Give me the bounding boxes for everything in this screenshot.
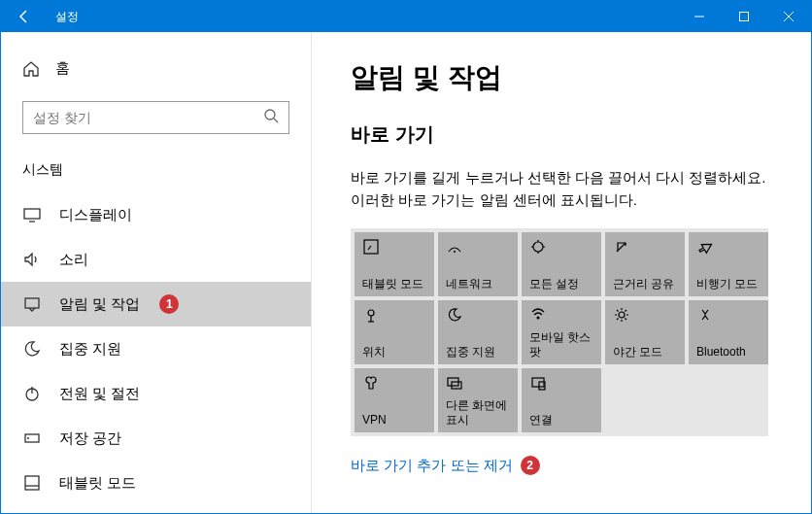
svg-rect-1 <box>740 13 749 21</box>
tile-label: VPN <box>362 413 426 427</box>
section-label: 시스템 <box>1 152 311 192</box>
tile-icon <box>613 238 630 256</box>
sidebar-item-focus[interactable]: 집중 지원 <box>1 326 311 371</box>
back-button[interactable] <box>1 1 48 32</box>
tile-icon <box>529 238 547 256</box>
tile-label: 위치 <box>362 345 426 359</box>
sidebar-item-label: 소리 <box>59 251 88 269</box>
annotation-badge-2: 2 <box>521 456 540 475</box>
window-controls <box>677 1 811 32</box>
sidebar-item-power[interactable]: 전원 및 절전 <box>1 371 311 416</box>
tile-label: 야간 모드 <box>613 345 677 359</box>
svg-point-16 <box>454 251 456 253</box>
quick-action-tiles: 태블릿 모드 네트워크 모든 설정 근거리 공유 비행기 모드 위치 집중 지원 <box>351 228 768 436</box>
tile-label: 다른 화면에 표시 <box>446 398 510 427</box>
tile-label: 네트워크 <box>446 277 510 291</box>
storage-icon <box>22 428 42 448</box>
tablet-icon <box>22 473 42 493</box>
svg-rect-15 <box>364 240 378 254</box>
quick-action-tile[interactable]: 모든 설정 <box>522 232 601 296</box>
tile-label: 연결 <box>529 413 593 427</box>
sidebar-item-label: 전원 및 절전 <box>59 385 140 403</box>
svg-point-20 <box>619 312 625 318</box>
sidebar-item-notifications[interactable]: 알림 및 작업 1 <box>1 282 311 326</box>
tile-icon <box>696 238 714 256</box>
tile-icon <box>446 374 463 392</box>
quick-action-tile[interactable]: VPN <box>355 368 434 432</box>
quick-action-tile[interactable]: 비행기 모드 <box>689 232 768 296</box>
search-input[interactable] <box>33 110 263 125</box>
power-icon <box>22 384 42 403</box>
quick-action-tile[interactable]: 연결 <box>522 368 601 432</box>
tile-icon <box>362 374 380 392</box>
svg-point-19 <box>537 317 540 320</box>
quick-action-tile[interactable]: Bluetooth <box>689 300 768 364</box>
close-icon <box>784 12 794 21</box>
quick-action-tile[interactable]: 야간 모드 <box>605 300 685 364</box>
tile-label: 집중 지원 <box>446 345 510 359</box>
sidebar-item-label: 집중 지원 <box>59 340 121 359</box>
tile-icon <box>362 306 380 324</box>
quick-action-tile[interactable]: 네트워크 <box>438 232 518 296</box>
sidebar-item-display[interactable]: 디스플레이 <box>1 192 311 237</box>
quick-action-tile[interactable]: 집중 지원 <box>438 300 518 364</box>
section-title: 바로 가기 <box>351 121 772 148</box>
maximize-icon <box>739 12 749 21</box>
minimize-button[interactable] <box>677 1 722 32</box>
svg-line-5 <box>274 119 278 122</box>
quick-action-tile[interactable]: 근거리 공유 <box>605 232 685 296</box>
sidebar-item-storage[interactable]: 저장 공간 <box>1 416 311 461</box>
tile-icon <box>529 306 547 324</box>
home-icon <box>22 60 40 78</box>
tile-label: 모바일 핫스팟 <box>529 330 593 359</box>
quick-action-tile[interactable]: 다른 화면에 표시 <box>438 368 518 432</box>
page-title: 알림 및 작업 <box>351 59 772 96</box>
tile-label: 모든 설정 <box>529 277 593 291</box>
tile-label: 태블릿 모드 <box>362 277 426 291</box>
tile-icon <box>613 306 630 324</box>
notification-icon <box>22 294 42 314</box>
minimize-icon <box>694 12 704 21</box>
tile-icon <box>529 374 547 392</box>
svg-point-12 <box>27 437 29 439</box>
sidebar-item-label: 알림 및 작업 <box>59 295 140 314</box>
tile-label: Bluetooth <box>696 345 761 359</box>
quick-action-tile[interactable]: 태블릿 모드 <box>355 232 434 296</box>
tile-icon <box>696 306 714 324</box>
sidebar-item-label: 저장 공간 <box>59 429 121 448</box>
sidebar-item-sound[interactable]: 소리 <box>1 237 311 282</box>
sidebar-item-tablet[interactable]: 태블릿 모드 <box>1 461 311 505</box>
sidebar-item-label: 태블릿 모드 <box>59 474 136 493</box>
home-label: 홈 <box>55 59 70 78</box>
search-box[interactable] <box>22 101 289 134</box>
sidebar: 홈 시스템 디스플레이 소리 <box>1 32 312 513</box>
tile-icon <box>362 238 380 256</box>
display-icon <box>22 205 42 224</box>
home-button[interactable]: 홈 <box>1 50 311 87</box>
content-area: 알림 및 작업 바로 가기 바로 가기를 길게 누르거나 선택한 다음 끌어서 … <box>312 32 811 513</box>
section-description: 바로 가기를 길게 누르거나 선택한 다음 끌어서 다시 정렬하세요. 이러한 … <box>351 167 772 211</box>
tile-icon <box>446 238 463 256</box>
svg-point-4 <box>265 110 275 120</box>
svg-rect-6 <box>24 209 40 219</box>
tile-label: 비행기 모드 <box>696 277 761 291</box>
titlebar: 설정 <box>1 1 811 32</box>
search-icon <box>263 108 279 127</box>
svg-rect-8 <box>25 298 39 308</box>
tile-label: 근거리 공유 <box>613 277 677 291</box>
moon-icon <box>22 339 42 359</box>
add-remove-link[interactable]: 바로 가기 추가 또는 제거 <box>351 457 513 475</box>
sound-icon <box>22 250 42 269</box>
svg-rect-13 <box>25 476 39 490</box>
annotation-badge-1: 1 <box>159 294 179 314</box>
svg-point-18 <box>368 310 374 316</box>
quick-action-tile[interactable]: 위치 <box>355 300 434 364</box>
maximize-button[interactable] <box>722 1 766 32</box>
window-title: 설정 <box>48 9 677 25</box>
tile-icon <box>446 306 463 324</box>
sidebar-item-label: 디스플레이 <box>59 206 132 224</box>
arrow-left-icon <box>17 9 32 24</box>
quick-action-tile[interactable]: 모바일 핫스팟 <box>522 300 601 364</box>
close-button[interactable] <box>766 1 811 32</box>
svg-point-17 <box>533 242 543 252</box>
